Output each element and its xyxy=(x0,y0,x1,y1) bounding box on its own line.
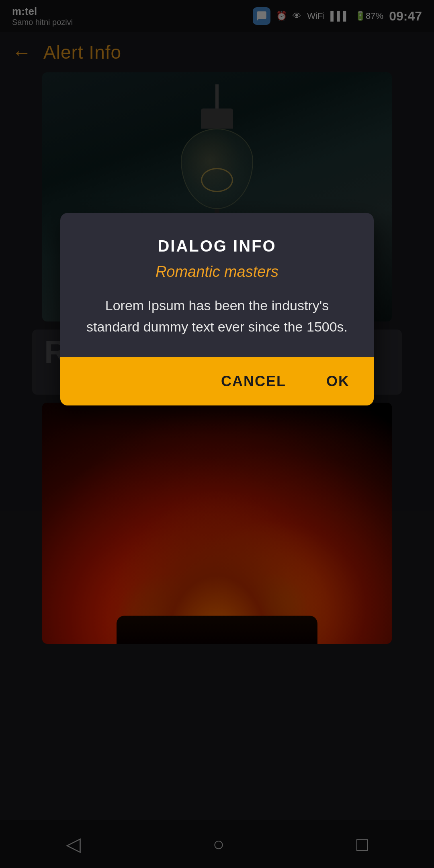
cancel-button[interactable]: CANCEL xyxy=(213,365,294,398)
dialog: DIALOG INFO Romantic masters Lorem Ipsum… xyxy=(60,213,374,405)
dialog-overlay xyxy=(0,0,434,868)
dialog-title: DIALOG INFO xyxy=(80,237,354,255)
ok-button[interactable]: OK xyxy=(318,365,358,398)
dialog-actions: CANCEL OK xyxy=(60,357,374,405)
dialog-subtitle: Romantic masters xyxy=(80,263,354,280)
dialog-body: DIALOG INFO Romantic masters Lorem Ipsum… xyxy=(60,213,374,357)
dialog-message: Lorem Ipsum has been the industry's stan… xyxy=(80,295,354,337)
